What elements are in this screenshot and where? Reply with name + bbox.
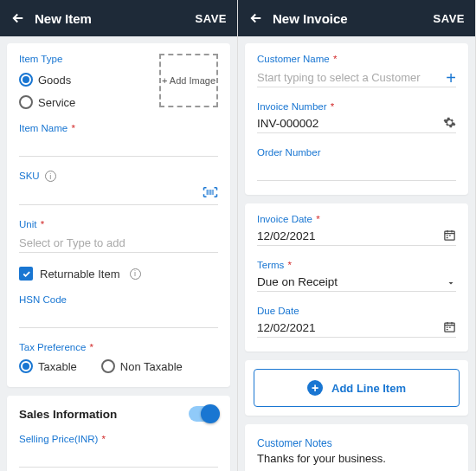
svg-rect-1 xyxy=(447,236,448,236)
page-title: New Invoice xyxy=(273,11,434,26)
unit-input[interactable] xyxy=(19,232,218,253)
radio-non-taxable[interactable]: Non Taxable xyxy=(101,359,183,373)
radio-goods-label: Goods xyxy=(38,74,71,87)
info-icon[interactable]: i xyxy=(45,171,56,182)
terms-select[interactable]: Due on Receipt xyxy=(257,273,456,292)
info-icon[interactable]: i xyxy=(130,268,141,280)
invoice-date-label: Invoice Date * xyxy=(257,214,456,224)
barcode-icon[interactable] xyxy=(203,186,218,198)
invoice-number-value[interactable]: INV-000002 xyxy=(257,114,456,133)
add-line-item-label: Add Line Item xyxy=(331,382,406,395)
radio-selected-icon xyxy=(19,73,33,87)
radio-service[interactable]: Service xyxy=(19,95,75,109)
sales-info-card: Sales Information Selling Price(INR) * A… xyxy=(7,396,230,471)
svg-rect-2 xyxy=(449,236,451,236)
selling-price-label: Selling Price(INR) * xyxy=(19,434,218,444)
svg-rect-6 xyxy=(449,327,451,328)
sales-info-title: Sales Information xyxy=(19,408,117,421)
svg-rect-3 xyxy=(447,237,448,238)
svg-rect-5 xyxy=(447,327,448,328)
selling-price-input[interactable] xyxy=(19,447,218,468)
add-image-button[interactable]: + Add Image xyxy=(159,54,218,107)
customer-label: Customer Name * xyxy=(257,54,456,64)
customer-input[interactable] xyxy=(257,67,456,87)
back-arrow-icon[interactable] xyxy=(248,10,264,26)
item-type-label: Item Type xyxy=(19,54,75,64)
terms-label: Terms * xyxy=(257,260,456,270)
add-image-label: + Add Image xyxy=(162,74,215,87)
svg-rect-7 xyxy=(447,329,448,330)
line-items-card: + Add Line Item xyxy=(245,360,468,416)
unit-label: Unit * xyxy=(19,219,218,229)
back-arrow-icon[interactable] xyxy=(10,10,26,26)
save-button[interactable]: SAVE xyxy=(434,12,465,25)
dates-card: Invoice Date * 12/02/2021 Terms * Due on… xyxy=(245,203,468,352)
radio-taxable-label: Taxable xyxy=(38,360,77,373)
radio-selected-icon xyxy=(19,359,33,373)
notes-card: Customer Notes Thanks for your business.… xyxy=(245,424,468,471)
add-customer-icon[interactable]: + xyxy=(446,68,456,88)
gear-icon[interactable] xyxy=(443,116,456,129)
due-date-value[interactable]: 12/02/2021 xyxy=(257,319,456,338)
hsn-input[interactable] xyxy=(19,307,218,328)
sku-label: SKU i xyxy=(19,171,218,182)
add-line-item-button[interactable]: + Add Line Item xyxy=(254,369,460,407)
customer-notes-label: Customer Notes xyxy=(257,437,332,449)
customer-notes-value[interactable]: Thanks for your business. xyxy=(257,452,456,465)
header-bar: New Invoice SAVE xyxy=(238,0,475,36)
tax-pref-label: Tax Preference * xyxy=(19,342,218,352)
item-name-input[interactable] xyxy=(19,136,218,157)
save-button[interactable]: SAVE xyxy=(196,12,227,25)
invoice-date-value[interactable]: 12/02/2021 xyxy=(257,227,456,246)
order-number-label: Order Number xyxy=(257,147,456,158)
radio-non-taxable-label: Non Taxable xyxy=(120,360,183,373)
hsn-label: HSN Code xyxy=(19,294,218,305)
page-title: New Item xyxy=(35,11,196,26)
customer-card: Customer Name * + Invoice Number * INV-0… xyxy=(245,43,468,195)
item-details-card: Item Type Goods Service + Add Image xyxy=(7,43,230,387)
sku-input[interactable] xyxy=(19,184,218,205)
content-scroll: Customer Name * + Invoice Number * INV-0… xyxy=(238,36,475,471)
radio-unselected-icon xyxy=(19,95,33,109)
plus-circle-icon: + xyxy=(307,380,323,396)
new-item-pane: New Item SAVE Item Type Goods Service xyxy=(0,0,238,471)
radio-goods[interactable]: Goods xyxy=(19,73,75,87)
header-bar: New Item SAVE xyxy=(0,0,237,36)
sales-toggle[interactable] xyxy=(189,406,218,422)
calendar-icon[interactable] xyxy=(443,229,456,242)
radio-taxable[interactable]: Taxable xyxy=(19,359,77,373)
invoice-number-label: Invoice Number * xyxy=(257,101,456,112)
checkbox-checked-icon xyxy=(19,267,33,281)
new-invoice-pane: New Invoice SAVE Customer Name * + Invoi… xyxy=(238,0,476,471)
radio-unselected-icon xyxy=(101,359,115,373)
returnable-label: Returnable Item xyxy=(40,268,120,281)
calendar-icon[interactable] xyxy=(443,320,456,333)
radio-service-label: Service xyxy=(38,96,75,109)
content-scroll: Item Type Goods Service + Add Image xyxy=(0,36,237,471)
due-date-label: Due Date xyxy=(257,306,456,316)
order-number-input[interactable] xyxy=(257,160,456,181)
returnable-checkbox-row[interactable]: Returnable Item i xyxy=(19,267,218,281)
chevron-down-icon xyxy=(446,278,456,288)
item-name-label: Item Name * xyxy=(19,123,218,133)
